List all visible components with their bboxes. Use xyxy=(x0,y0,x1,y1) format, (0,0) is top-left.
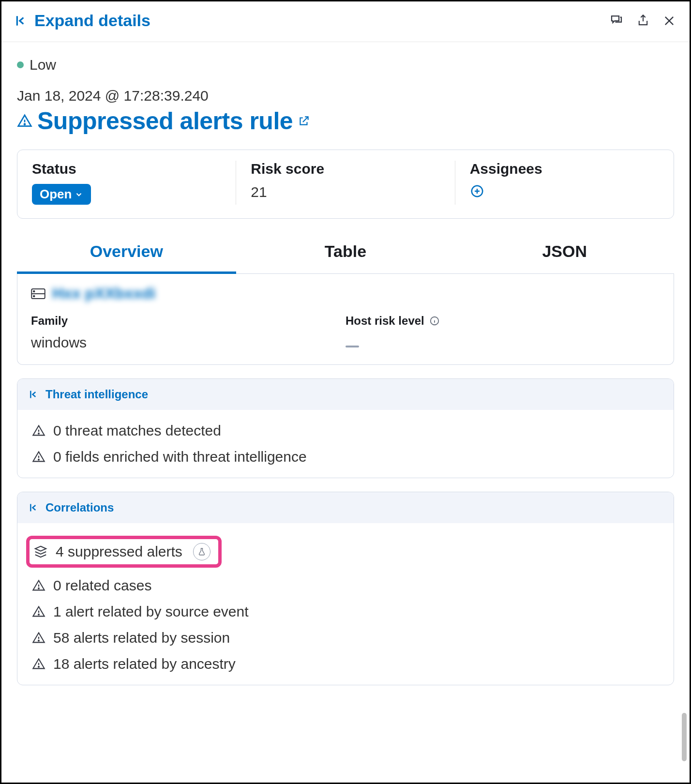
share-icon[interactable] xyxy=(636,14,650,28)
alert-title-link[interactable]: Suppressed alerts rule xyxy=(37,107,293,135)
info-icon[interactable] xyxy=(429,316,440,326)
list-item: 0 related cases xyxy=(32,577,659,594)
close-icon[interactable] xyxy=(662,14,676,28)
host-icon xyxy=(31,288,45,300)
host-family-value: windows xyxy=(31,334,346,351)
threat-intel-title: Threat intelligence xyxy=(45,388,148,401)
alert-title-row: Suppressed alerts rule xyxy=(17,107,674,135)
flask-icon xyxy=(197,547,206,556)
list-item: 1 alert related by source event xyxy=(32,603,659,620)
external-link-icon[interactable] xyxy=(298,115,310,127)
tab-table[interactable]: Table xyxy=(236,233,455,273)
svg-point-3 xyxy=(33,290,35,292)
svg-point-10 xyxy=(38,640,39,641)
warning-icon xyxy=(32,657,45,671)
threat-intel-header[interactable]: Threat intelligence xyxy=(17,379,674,410)
warning-icon xyxy=(32,631,45,645)
risk-score-heading: Risk score xyxy=(251,161,440,177)
alert-timestamp: Jan 18, 2024 @ 17:28:39.240 xyxy=(17,88,674,104)
scrollbar-thumb[interactable] xyxy=(682,713,687,761)
svg-point-8 xyxy=(38,588,39,589)
svg-point-9 xyxy=(38,614,39,615)
alert-meta-card: Status Open Risk score 21 Assignees xyxy=(17,150,674,219)
status-dropdown[interactable]: Open xyxy=(32,184,91,205)
tab-overview[interactable]: Overview xyxy=(17,233,236,274)
plus-circle-icon xyxy=(470,184,484,198)
collapse-left-icon xyxy=(29,502,39,513)
expand-details-label: Expand details xyxy=(34,11,150,30)
list-item: 58 alerts related by session xyxy=(32,630,659,646)
severity-dot-icon xyxy=(17,61,24,68)
collapse-left-icon xyxy=(29,389,39,400)
alert-tabs: Overview Table JSON xyxy=(17,233,674,274)
warning-icon xyxy=(32,605,45,618)
add-assignee-button[interactable] xyxy=(470,184,659,198)
host-card: Hxx pXXbxxdi Family windows Host risk le… xyxy=(17,274,674,365)
host-risk-label: Host risk level xyxy=(346,314,660,328)
tab-json[interactable]: JSON xyxy=(455,233,674,273)
svg-point-4 xyxy=(33,295,35,297)
threat-intel-card: Threat intelligence 0 threat matches det… xyxy=(17,378,674,478)
severity-label: Low xyxy=(30,57,56,73)
layers-icon xyxy=(33,544,48,559)
list-item: 0 threat matches detected xyxy=(32,422,659,439)
warning-icon xyxy=(32,424,45,437)
risk-score-value: 21 xyxy=(251,184,440,200)
warning-icon xyxy=(32,450,45,464)
collapse-left-icon xyxy=(15,14,28,28)
correlations-title: Correlations xyxy=(45,501,114,514)
status-value: Open xyxy=(40,187,72,202)
list-item: 0 fields enriched with threat intelligen… xyxy=(32,449,659,465)
assignees-heading: Assignees xyxy=(470,161,659,177)
chat-icon[interactable] xyxy=(609,14,624,28)
host-family-label: Family xyxy=(31,314,346,328)
warning-icon xyxy=(17,113,32,129)
correlations-header[interactable]: Correlations xyxy=(17,492,674,523)
svg-point-0 xyxy=(24,124,25,125)
severity-row: Low xyxy=(17,57,674,73)
status-heading: Status xyxy=(32,161,221,177)
beta-flask-badge[interactable] xyxy=(193,543,210,560)
svg-point-6 xyxy=(38,433,39,434)
svg-point-7 xyxy=(38,459,39,460)
correlations-card: Correlations 4 suppressed alerts 0 relat… xyxy=(17,492,674,685)
list-item: 18 alerts related by ancestry xyxy=(32,656,659,672)
host-risk-value xyxy=(346,334,660,351)
svg-point-11 xyxy=(38,666,39,667)
warning-icon xyxy=(32,579,45,592)
suppressed-alerts-row: 4 suppressed alerts xyxy=(33,543,210,560)
suppressed-alerts-highlight: 4 suppressed alerts xyxy=(26,536,222,568)
chevron-down-icon xyxy=(75,190,83,199)
host-name-redacted[interactable]: Hxx pXXbxxdi xyxy=(52,285,155,302)
expand-details-button[interactable]: Expand details xyxy=(15,11,150,30)
